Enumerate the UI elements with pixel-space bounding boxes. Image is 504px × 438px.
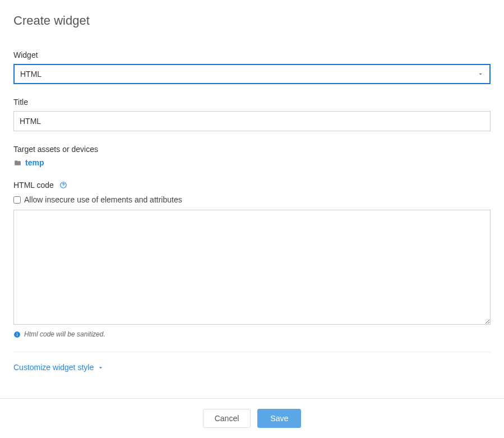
- sanitize-info-row: Html code will be sanitized.: [13, 330, 491, 338]
- htmlcode-textarea[interactable]: [13, 210, 491, 325]
- dialog-title: Create widget: [13, 13, 491, 28]
- title-input[interactable]: [13, 111, 491, 131]
- chevron-down-icon: [97, 364, 104, 371]
- svg-rect-3: [17, 334, 17, 336]
- title-field-group: Title: [13, 98, 491, 131]
- svg-rect-4: [17, 333, 17, 333]
- widget-field-group: Widget HTML: [13, 50, 491, 84]
- target-asset-link[interactable]: temp: [25, 158, 44, 167]
- htmlcode-field-group: HTML code Allow insecure use of elements…: [13, 181, 491, 338]
- divider: [13, 352, 491, 352]
- customize-label: Customize widget style: [13, 363, 94, 372]
- svg-point-1: [63, 186, 63, 187]
- dialog-body: Create widget Widget HTML Title Target a…: [0, 0, 504, 398]
- allow-insecure-label[interactable]: Allow insecure use of elements and attri…: [24, 195, 182, 204]
- allow-insecure-checkbox[interactable]: [13, 196, 21, 204]
- sanitize-info-text: Html code will be sanitized.: [24, 330, 105, 338]
- widget-label: Widget: [13, 50, 491, 59]
- allow-insecure-row: Allow insecure use of elements and attri…: [13, 195, 491, 204]
- help-icon[interactable]: [59, 181, 67, 189]
- target-field-group: Target assets or devices temp: [13, 145, 491, 167]
- customize-widget-style-toggle[interactable]: Customize widget style: [13, 363, 104, 372]
- cancel-button[interactable]: Cancel: [203, 409, 251, 428]
- target-link-row: temp: [13, 158, 491, 167]
- title-label: Title: [13, 98, 491, 107]
- save-button[interactable]: Save: [257, 409, 301, 428]
- widget-select[interactable]: HTML: [13, 64, 491, 84]
- info-icon: [13, 331, 21, 338]
- htmlcode-label: HTML code: [13, 181, 54, 190]
- htmlcode-label-row: HTML code: [13, 181, 491, 190]
- widget-select-wrapper: HTML: [13, 64, 491, 84]
- target-label: Target assets or devices: [13, 145, 491, 154]
- dialog-footer: Cancel Save: [0, 398, 504, 438]
- folder-icon: [13, 159, 22, 167]
